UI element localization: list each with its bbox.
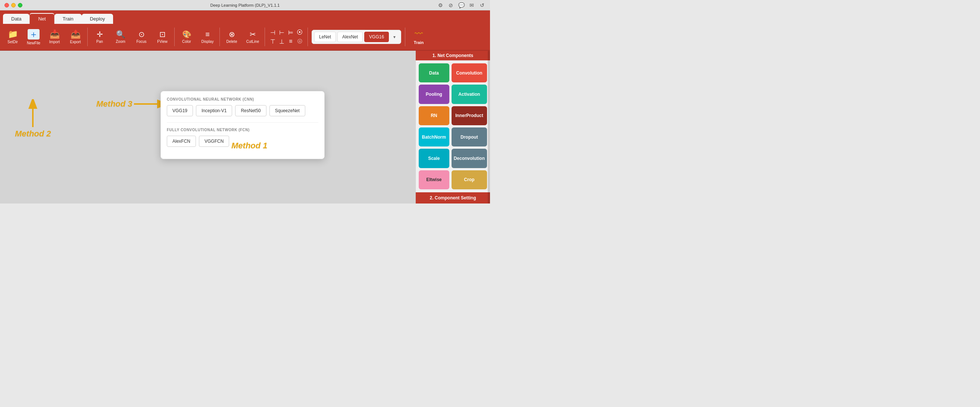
tab-train[interactable]: Train bbox=[54, 14, 82, 24]
export-icon: 📤 bbox=[70, 30, 81, 38]
align-bottom-icon[interactable]: ≡ bbox=[286, 37, 295, 46]
component-data[interactable]: Data bbox=[419, 63, 449, 82]
pan-tool[interactable]: ✛ Pan bbox=[90, 26, 109, 48]
model-dropdown-arrow[interactable]: ▼ bbox=[390, 33, 399, 41]
train-label: Train bbox=[414, 40, 423, 45]
display-icon: ≡ bbox=[205, 30, 210, 38]
option-inception-v1[interactable]: Inception-V1 bbox=[196, 105, 232, 116]
window-title: Deep Learning Platform (DLP)_V1.1.1 bbox=[210, 3, 280, 8]
close-button[interactable] bbox=[5, 3, 9, 8]
component-activation[interactable]: Activation bbox=[452, 85, 487, 104]
separator-5 bbox=[307, 28, 308, 46]
right-panel-scrollbar[interactable] bbox=[488, 51, 490, 204]
toolbar: 📁 SetDir ＋ NewFile 📥 Import 📤 Export ✛ P… bbox=[0, 24, 490, 51]
pan-label: Pan bbox=[96, 40, 103, 44]
model-dropdown-popup: CONVOLUTIONAL NEURAL NETWORK (CNN) VGG19… bbox=[161, 91, 325, 159]
newfile-tool[interactable]: ＋ NewFile bbox=[24, 26, 43, 48]
mail-icon[interactable]: ✉ bbox=[468, 1, 476, 10]
import-tool[interactable]: 📥 Import bbox=[45, 26, 64, 48]
option-resnet50[interactable]: ResNet50 bbox=[235, 105, 266, 116]
option-squeezenet[interactable]: SqueezeNet bbox=[269, 105, 305, 116]
setdir-icon: 📁 bbox=[8, 30, 18, 38]
component-setting-title: 2. Component Setting bbox=[416, 192, 490, 204]
tab-data[interactable]: Data bbox=[3, 14, 29, 24]
align-right-icon[interactable]: ⊨ bbox=[286, 29, 295, 36]
title-bar: Deep Learning Platform (DLP)_V1.1.1 ⚙ ⊘ … bbox=[0, 0, 490, 10]
component-innerproduct[interactable]: InnerProduct bbox=[452, 106, 487, 125]
model-alexnet[interactable]: AlexNet bbox=[337, 32, 363, 42]
fview-icon: ⊡ bbox=[159, 30, 166, 38]
component-crop[interactable]: Crop bbox=[452, 170, 487, 189]
cnn-section-title: CONVOLUTIONAL NEURAL NETWORK (CNN) bbox=[167, 97, 318, 101]
separator-2 bbox=[174, 28, 175, 46]
distribute-v-icon[interactable]: ⦿ bbox=[296, 29, 304, 36]
method2-arrow-svg bbox=[27, 99, 38, 129]
model-buttons-row: LeNet AlexNet VGG16 ▼ bbox=[314, 32, 399, 42]
zoom-label: Zoom bbox=[116, 40, 126, 44]
model-lenet[interactable]: LeNet bbox=[314, 32, 336, 42]
component-batchnorm[interactable]: BatchNorm bbox=[419, 127, 449, 146]
separator-6 bbox=[405, 28, 405, 46]
component-convolution[interactable]: Convolution bbox=[452, 63, 487, 82]
pan-icon: ✛ bbox=[97, 30, 103, 38]
fview-tool[interactable]: ⊡ FView bbox=[153, 26, 172, 48]
color-tool[interactable]: 🎨 Color bbox=[177, 26, 196, 48]
focus-tool[interactable]: ⊙ Focus bbox=[132, 26, 151, 48]
tab-deploy[interactable]: Deploy bbox=[82, 14, 113, 24]
align-left-icon[interactable]: ⊣ bbox=[269, 29, 277, 36]
cutline-tool[interactable]: ✂ CutLine bbox=[243, 26, 262, 48]
main-content: CONVOLUTIONAL NEURAL NETWORK (CNN) VGG19… bbox=[0, 51, 490, 204]
net-components-title: 1. Net Components bbox=[416, 51, 490, 60]
setdir-label: SetDir bbox=[8, 40, 18, 44]
zoom-icon: 🔍 bbox=[116, 30, 126, 38]
cutline-label: CutLine bbox=[246, 40, 259, 44]
delete-icon: ⊗ bbox=[229, 30, 235, 38]
delete-tool[interactable]: ⊗ Delete bbox=[222, 26, 242, 48]
train-icon: 〰 bbox=[415, 29, 423, 39]
component-dropout[interactable]: Dropout bbox=[452, 127, 487, 146]
display-tool[interactable]: ≡ Display bbox=[198, 26, 217, 48]
method2-annotation: Method 2 bbox=[15, 99, 51, 139]
chat-icon[interactable]: 💬 bbox=[457, 1, 465, 10]
settings-icon[interactable]: ⚙ bbox=[436, 1, 444, 10]
tab-net[interactable]: Net bbox=[29, 13, 54, 24]
fview-label: FView bbox=[157, 40, 167, 44]
option-alexfcn[interactable]: AlexFCN bbox=[167, 136, 196, 147]
export-label: Export bbox=[70, 40, 81, 44]
focus-label: Focus bbox=[136, 40, 146, 44]
component-pooling[interactable]: Pooling bbox=[419, 85, 449, 104]
tab-bar: Data Net Train Deploy bbox=[0, 10, 490, 24]
export-tool[interactable]: 📤 Export bbox=[66, 26, 85, 48]
canvas-area[interactable]: CONVOLUTIONAL NEURAL NETWORK (CNN) VGG19… bbox=[0, 51, 415, 204]
component-scale[interactable]: Scale bbox=[419, 149, 449, 168]
fcn-section-title: FULLY CONVOLUTIONAL NETWORK (FCN) bbox=[167, 128, 318, 132]
train-tool[interactable]: 〰 Train bbox=[407, 26, 430, 48]
maximize-button[interactable] bbox=[18, 3, 22, 8]
model-vgg16[interactable]: VGG16 bbox=[364, 32, 389, 42]
method2-label: Method 2 bbox=[15, 129, 51, 139]
refresh-icon[interactable]: ↺ bbox=[478, 1, 486, 10]
align-middle-icon[interactable]: ⊥ bbox=[278, 37, 286, 46]
component-grid: Data Convolution Pooling Activation RN I… bbox=[416, 60, 490, 192]
component-eltwise[interactable]: Eltwise bbox=[419, 170, 449, 189]
separator-3 bbox=[220, 28, 220, 46]
dropdown-divider bbox=[167, 122, 318, 123]
newfile-icon: ＋ bbox=[28, 29, 40, 40]
align-top-icon[interactable]: ⊤ bbox=[269, 37, 277, 46]
info-icon[interactable]: ⊘ bbox=[447, 1, 455, 10]
color-icon: 🎨 bbox=[182, 30, 191, 38]
component-deconvolution[interactable]: Deconvolution bbox=[452, 149, 487, 168]
minimize-button[interactable] bbox=[11, 3, 16, 8]
method3-annotation: Method 3 bbox=[96, 98, 166, 109]
option-vggfcn[interactable]: VGGFCN bbox=[199, 136, 229, 147]
distribute-h-icon[interactable]: ⦾ bbox=[296, 37, 304, 46]
color-label: Color bbox=[182, 40, 191, 44]
align-center-h-icon[interactable]: ⊢ bbox=[278, 29, 286, 36]
top-right-icons: ⚙ ⊘ 💬 ✉ ↺ bbox=[436, 1, 486, 10]
import-icon: 📥 bbox=[49, 30, 60, 38]
model-selector: LeNet AlexNet VGG16 ▼ bbox=[312, 30, 401, 44]
option-vgg19[interactable]: VGG19 bbox=[167, 105, 193, 116]
zoom-tool[interactable]: 🔍 Zoom bbox=[111, 26, 130, 48]
setdir-tool[interactable]: 📁 SetDir bbox=[3, 26, 22, 48]
component-rn[interactable]: RN bbox=[419, 106, 449, 125]
